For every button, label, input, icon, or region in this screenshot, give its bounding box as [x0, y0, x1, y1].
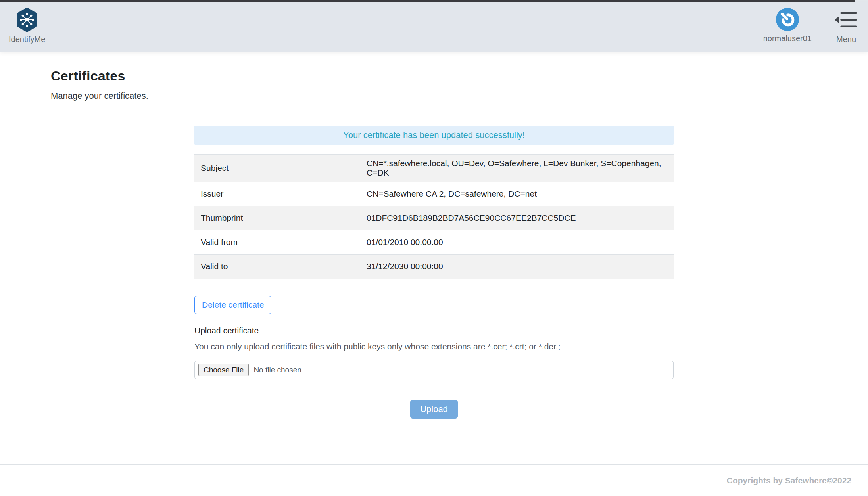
user-menu-trigger[interactable]: normaluser01 [763, 7, 812, 43]
copyright-text: Copyrights by Safewhere©2022 [727, 476, 851, 485]
table-row: Valid from 01/01/2010 00:00:00 [194, 230, 674, 255]
table-row: Valid to 31/12/2030 00:00:00 [194, 255, 674, 279]
certificate-table: Subject CN=*.safewhere.local, OU=Dev, O=… [194, 154, 674, 279]
row-label: Thumbprint [194, 206, 360, 230]
upload-hint-text: You can only upload certificate files wi… [194, 342, 674, 351]
page-subtitle: Manage your certificates. [51, 91, 868, 101]
upload-section-title: Upload certificate [194, 326, 674, 335]
row-label: Issuer [194, 182, 360, 206]
collapse-menu-icon [835, 11, 858, 29]
main-content: Certificates Manage your certificates. Y… [0, 52, 868, 464]
upload-button[interactable]: Upload [410, 400, 458, 419]
row-label: Valid to [194, 255, 360, 279]
header-right: normaluser01 Menu [763, 7, 858, 44]
certificate-panel: Your certificate has been updated succes… [194, 126, 674, 419]
row-value: 31/12/2030 00:00:00 [360, 255, 674, 279]
row-label: Subject [194, 155, 360, 182]
hexagon-network-icon [15, 7, 38, 33]
row-value: 01/01/2010 00:00:00 [360, 230, 674, 255]
choose-file-button[interactable]: Choose File [198, 364, 249, 376]
row-value: 01DFC91D6B189B2BD7A56CE90CC67EE2B7CC5DCE [360, 206, 674, 230]
success-alert: Your certificate has been updated succes… [194, 126, 674, 145]
table-row: Thumbprint 01DFC91D6B189B2BD7A56CE90CC67… [194, 206, 674, 230]
username-label: normaluser01 [763, 34, 812, 43]
power-user-icon [775, 7, 800, 32]
app-window: IdentifyMe normaluser01 [0, 0, 868, 496]
menu-button[interactable]: Menu [835, 7, 858, 44]
page-title: Certificates [51, 68, 868, 84]
brand-identifyme[interactable]: IdentifyMe [9, 7, 45, 44]
file-chosen-status: No file chosen [253, 366, 301, 374]
app-header: IdentifyMe normaluser01 [0, 2, 868, 52]
table-row: Subject CN=*.safewhere.local, OU=Dev, O=… [194, 155, 674, 182]
menu-label: Menu [836, 35, 856, 44]
app-footer: Copyrights by Safewhere©2022 [0, 464, 868, 496]
row-label: Valid from [194, 230, 360, 255]
row-value: CN=*.safewhere.local, OU=Dev, O=Safewher… [360, 155, 674, 182]
row-value: CN=Safewhere CA 2, DC=safewhere, DC=net [360, 182, 674, 206]
file-input[interactable]: Choose File No file chosen [194, 361, 674, 379]
delete-certificate-button[interactable]: Delete certificate [194, 296, 271, 314]
brand-label: IdentifyMe [9, 35, 45, 44]
table-row: Issuer CN=Safewhere CA 2, DC=safewhere, … [194, 182, 674, 206]
